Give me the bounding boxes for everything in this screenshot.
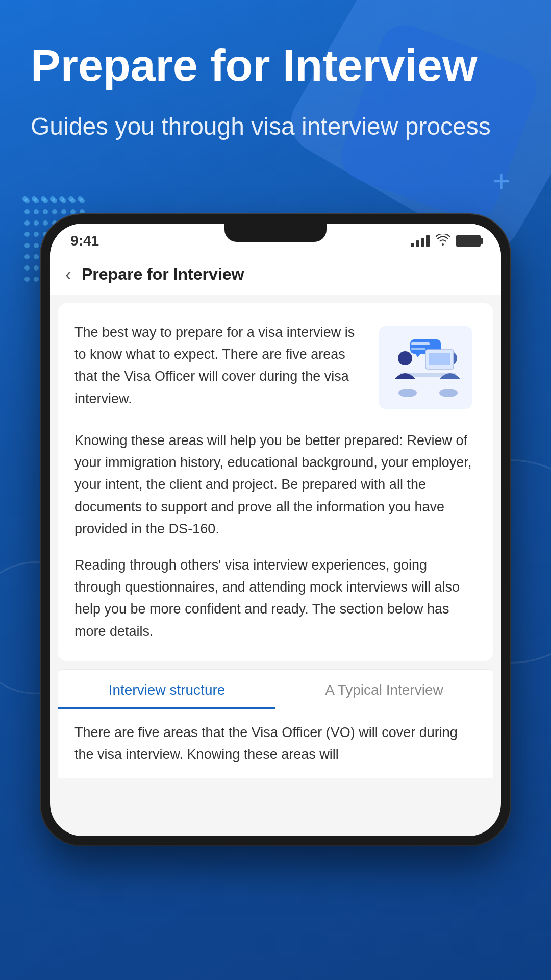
tabs-bar: Interview structure A Typical Interview [58,669,493,709]
paragraph-2: Knowing these areas will help you be bet… [74,430,477,540]
paragraph-3: Reading through others' visa interview e… [74,554,477,643]
content-top-section: The best way to prepare for a visa inter… [74,322,477,415]
page-title: Prepare for Interview [31,41,520,90]
tab-typical-interview[interactable]: A Typical Interview [276,670,493,709]
app-navbar: ‹ Prepare for Interview [50,254,501,295]
signal-icon [411,235,430,247]
phone-frame: 9:41 [41,214,510,845]
svg-point-3 [439,389,458,397]
phone-notch [224,224,327,242]
battery-icon [456,235,481,247]
svg-rect-9 [411,348,425,350]
content-card: The best way to prepare for a visa inter… [58,303,493,661]
phone-screen: 9:41 [50,224,501,836]
tab-interview-structure[interactable]: Interview structure [58,670,276,709]
navbar-title: Prepare for Interview [82,265,244,284]
paragraph-1: The best way to prepare for a visa inter… [74,322,364,415]
status-time: 9:41 [70,233,99,249]
svg-rect-8 [411,342,430,345]
svg-point-4 [398,351,412,365]
bottom-content-preview: There are five areas that the Visa Offic… [58,709,493,778]
svg-point-2 [398,389,417,397]
bottom-paragraph: There are five areas that the Visa Offic… [74,722,477,766]
header-section: Prepare for Interview Guides you through… [31,41,520,142]
page-subtitle: Guides you through visa interview proces… [31,111,520,142]
wifi-icon [436,233,450,249]
svg-rect-11 [429,353,450,365]
status-icons [411,233,481,249]
phone-mockup: 9:41 [41,214,510,845]
back-button[interactable]: ‹ [65,264,71,285]
plus-decoration: + [492,163,510,199]
interview-illustration [374,322,477,415]
